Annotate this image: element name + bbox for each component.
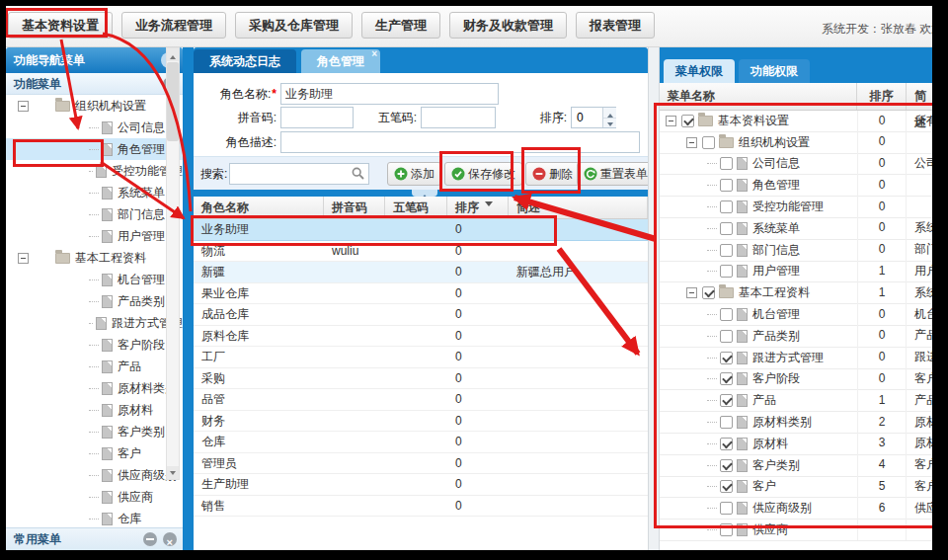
sidebar-tree-item[interactable]: 组织机构设置 <box>6 95 183 117</box>
permission-row[interactable]: 产品类别0产品类 <box>660 326 932 348</box>
vertical-splitter[interactable] <box>648 47 660 550</box>
sidebar-section-header[interactable]: 功能菜单 <box>6 73 183 95</box>
collapse-toggle-icon[interactable] <box>18 253 29 264</box>
role-row[interactable]: 品管0 <box>194 389 648 411</box>
checkbox[interactable] <box>702 286 715 299</box>
close-icon[interactable] <box>163 532 177 546</box>
top-menu-item-1[interactable]: 基本资料设置 <box>8 12 113 39</box>
collapse-toggle-icon[interactable] <box>686 287 697 298</box>
checkbox[interactable] <box>702 136 715 149</box>
permission-row[interactable]: 客户阶段0客户阶 <box>660 369 932 391</box>
scroll-down-icon[interactable] <box>167 466 179 479</box>
checkbox[interactable] <box>720 416 733 429</box>
close-icon[interactable]: × <box>371 49 377 59</box>
top-menu-item-5[interactable]: 财务及收款管理 <box>449 12 567 39</box>
sidebar-tree-item[interactable]: 用户管理 <box>6 225 183 247</box>
sidebar-tree-item[interactable]: 原材料 <box>6 399 183 421</box>
role-row[interactable]: 财务0 <box>194 411 648 433</box>
column-header[interactable]: 排序 <box>447 197 509 218</box>
checkbox[interactable] <box>720 502 733 515</box>
column-header[interactable]: 简述 <box>509 197 648 218</box>
role-name-input[interactable] <box>280 83 499 105</box>
checkbox[interactable] <box>681 115 694 127</box>
column-header[interactable]: 拼音码 <box>324 197 385 218</box>
checkbox[interactable] <box>720 438 733 450</box>
sidebar-tree-item[interactable]: 基本工程资料 <box>6 247 183 269</box>
permission-row[interactable]: 组织机构设置0 <box>660 132 932 154</box>
sidebar-tree-item[interactable]: 供应商 <box>6 486 183 508</box>
role-row[interactable]: 业务助理0 <box>194 219 648 241</box>
permission-row[interactable]: 原材料3原材料 <box>660 434 932 455</box>
spinner-down-icon[interactable] <box>603 118 616 127</box>
role-row[interactable]: 管理员0 <box>194 453 648 475</box>
role-row[interactable]: 仓库0 <box>194 432 648 453</box>
sidebar-tree-item[interactable]: 客户 <box>6 442 183 464</box>
pinyin-input[interactable] <box>280 107 354 128</box>
search-icon[interactable] <box>352 167 364 180</box>
tab-功能权限[interactable]: 功能权限 <box>739 59 810 83</box>
checkbox[interactable] <box>720 459 733 472</box>
sidebar-tree-item[interactable]: 客户阶段 <box>6 334 183 356</box>
checkbox[interactable] <box>720 265 733 278</box>
collapse-up-icon[interactable] <box>412 190 437 197</box>
checkbox[interactable] <box>720 157 733 170</box>
top-menu-item-6[interactable]: 报表管理 <box>576 12 655 39</box>
role-row[interactable]: 工厂0 <box>194 347 648 368</box>
checkbox[interactable] <box>720 480 733 493</box>
sidebar-tree-item[interactable]: 产品 <box>6 356 183 377</box>
checkbox[interactable] <box>720 200 733 213</box>
role-desc-input[interactable] <box>280 131 640 153</box>
sidebar-tree-item[interactable]: 仓库 <box>6 508 183 527</box>
permission-row[interactable]: 基本资料设置0所有基 <box>660 111 932 132</box>
scroll-up-icon[interactable] <box>167 48 179 61</box>
sidebar-tree-item[interactable]: 供应商级别 <box>6 464 183 486</box>
permission-row[interactable]: 部门信息0部门信 <box>660 240 932 262</box>
checkbox[interactable] <box>720 308 733 321</box>
permission-row[interactable]: 基本工程资料1系统用 <box>660 282 932 304</box>
permission-row[interactable]: 产品1产品管 <box>660 390 932 412</box>
wubi-input[interactable] <box>421 107 496 128</box>
permission-row[interactable]: 供应商 <box>660 520 932 541</box>
sidebar-tree-item[interactable]: 角色管理 <box>6 138 183 160</box>
checkbox[interactable] <box>720 222 733 235</box>
add-button[interactable]: 添加 <box>387 162 441 186</box>
permission-row[interactable]: 客户类别4客户类 <box>660 455 932 477</box>
sidebar-tree-item[interactable]: 公司信息 <box>6 117 183 138</box>
delete-button[interactable]: 删除 <box>525 162 580 186</box>
checkbox[interactable] <box>720 244 733 257</box>
role-row[interactable]: 销售0 <box>194 496 648 518</box>
permission-row[interactable]: 客户5客户管 <box>660 477 932 499</box>
column-desc[interactable]: 简述 <box>907 83 932 110</box>
role-row[interactable]: 原料仓库0 <box>194 326 648 348</box>
tab-active[interactable]: 角色管理× <box>301 49 380 73</box>
checkbox[interactable] <box>720 352 733 364</box>
permission-row[interactable]: 供应商级别6供应商 <box>660 498 932 520</box>
checkbox[interactable] <box>720 179 733 192</box>
sidebar-footer[interactable]: 常用菜单 <box>6 527 183 550</box>
checkbox[interactable] <box>720 330 733 343</box>
permission-row[interactable]: 公司信息0公司信 <box>660 154 932 176</box>
collapse-toggle-icon[interactable] <box>686 137 697 148</box>
role-row[interactable]: 物流wuliu0 <box>194 241 648 263</box>
tab-菜单权限[interactable]: 菜单权限 <box>664 59 735 83</box>
sort-input[interactable] <box>572 108 603 127</box>
column-header[interactable]: 角色名称 <box>194 197 324 218</box>
sidebar-tree-item[interactable]: 部门信息 <box>6 203 183 225</box>
role-row[interactable]: 生产助理0 <box>194 474 648 496</box>
permission-row[interactable]: 系统菜单0系统菜 <box>660 218 932 240</box>
scrollbar-thumb[interactable] <box>167 62 179 141</box>
tab-inactive[interactable]: 系统动态日志 <box>194 49 296 73</box>
spinner-up-icon[interactable] <box>603 108 616 118</box>
sidebar-tree-item[interactable]: 跟进方式管理 <box>6 312 183 334</box>
checkbox[interactable] <box>720 372 733 385</box>
role-row[interactable]: 新疆0新疆总用户 <box>194 262 648 283</box>
permission-row[interactable]: 机台管理0机台管 <box>660 304 932 326</box>
column-header[interactable]: 五笔码 <box>385 197 447 218</box>
reset-button[interactable]: 重置表单 <box>577 162 648 186</box>
save-button[interactable]: 保存修改 <box>444 162 522 186</box>
role-row[interactable]: 成品仓库0 <box>194 304 648 326</box>
checkbox[interactable] <box>720 523 733 536</box>
sidebar-tree-item[interactable]: 原材料类别 <box>6 377 183 399</box>
search-input[interactable] <box>229 163 369 185</box>
permission-row[interactable]: 跟进方式管理0跟进方 <box>660 348 932 369</box>
